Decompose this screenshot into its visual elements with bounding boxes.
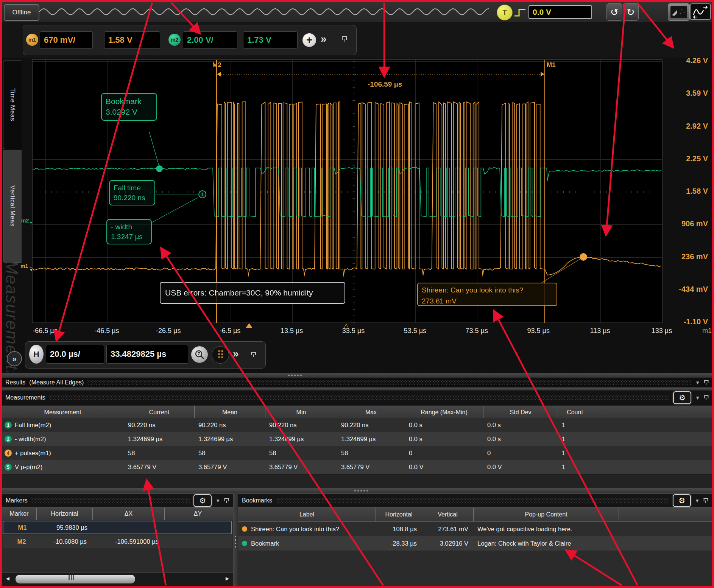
- measurements-column-header[interactable]: Count: [558, 406, 592, 418]
- measurements-empty-area: [2, 474, 712, 488]
- gear-icon[interactable]: ⚙: [673, 494, 691, 507]
- offline-button[interactable]: Offline: [4, 4, 39, 21]
- scrollbar-thumb[interactable]: [16, 575, 135, 583]
- measurement-name: - width(m2): [15, 436, 124, 443]
- marker-m2-label[interactable]: M2: [212, 61, 221, 69]
- measurement-name: Fall time(m2): [15, 422, 124, 429]
- x-axis-tick-label: 93.5 µs: [518, 327, 559, 335]
- splitter-handle[interactable]: [2, 488, 712, 493]
- trigger-level-field[interactable]: 0.0 V: [528, 5, 592, 19]
- display-thumbnail-button[interactable]: [668, 3, 690, 21]
- usb-error-annotation[interactable]: USB errors: Chamber=30C, 90% humidity: [160, 282, 345, 304]
- waveform-plot[interactable]: M2 M1 -106.59 µs Bookmark 3.0292 V Fall …: [32, 59, 663, 323]
- pin-icon[interactable]: [251, 352, 256, 358]
- sidebar-expander-button[interactable]: »: [7, 351, 22, 366]
- bookmarks-column-header[interactable]: [619, 508, 712, 521]
- shireen-bookmark-popup[interactable]: Shireen: Can you look into this? 273.61 …: [417, 283, 557, 306]
- horizontal-button[interactable]: H: [29, 345, 44, 364]
- falltime-callout-title: Fall time: [114, 183, 151, 193]
- add-channel-button[interactable]: +: [302, 33, 316, 47]
- measurement-row[interactable]: 1Fall time(m2)90.220 ns90.220 ns90.220 n…: [2, 418, 712, 432]
- timebase-scale-field[interactable]: 20.0 µs/: [46, 345, 104, 364]
- channel-controls-group: m1 670 mV/ 1.58 V m2 2.00 V/ 1.73 V + »: [23, 25, 357, 55]
- pin-icon[interactable]: [224, 498, 229, 503]
- marker-m1-label[interactable]: M1: [547, 61, 556, 69]
- markers-column-header[interactable]: Marker: [2, 508, 37, 520]
- markers-column-header[interactable]: ΔX: [93, 508, 165, 520]
- width-callout-title: - width: [111, 222, 147, 232]
- bookmark-horizontal: -28.33 µs: [376, 540, 422, 547]
- y-axis-tick-label: 236 mV: [663, 252, 708, 261]
- measurements-column-header[interactable]: [592, 406, 712, 418]
- horizontal-reference-marker[interactable]: △: [344, 322, 349, 330]
- horizontal-scrollbar[interactable]: ◄ ►: [2, 572, 233, 586]
- measurement-number-badge: 5: [5, 464, 12, 471]
- gear-icon[interactable]: ⚙: [673, 391, 691, 404]
- undo-button[interactable]: ↺: [606, 3, 622, 21]
- scroll-right-icon[interactable]: ►: [224, 575, 230, 582]
- measurements-column-header[interactable]: Measurement: [2, 406, 124, 418]
- measurements-column-header[interactable]: Mean: [195, 406, 265, 418]
- falltime-callout[interactable]: Fall time 90.220 ns: [109, 180, 155, 205]
- channel-more-chevrons[interactable]: »: [321, 33, 327, 45]
- tab-time-meas[interactable]: Time Meas: [3, 61, 22, 149]
- marker-row[interactable]: M2-10.6080 µs-106.591000 µs: [3, 535, 232, 548]
- measurements-column-header[interactable]: Std Dev: [483, 406, 558, 418]
- width-callout[interactable]: - width 1.3247 µs: [106, 219, 152, 244]
- pin-icon[interactable]: [704, 395, 709, 400]
- m1-scale-field[interactable]: 670 mV/: [40, 31, 93, 49]
- waveform-preview-button[interactable]: [690, 3, 711, 20]
- measurements-column-header[interactable]: Max: [337, 406, 405, 418]
- markers-table: M195.9830 µsM2-10.6080 µs-106.591000 µs: [2, 521, 233, 548]
- measurements-column-header[interactable]: Current: [124, 406, 195, 418]
- falltime-callout-value: 90.220 ns: [114, 193, 151, 203]
- marker-row[interactable]: M195.9830 µs: [3, 521, 232, 534]
- chevron-down-icon[interactable]: ▼: [695, 380, 700, 386]
- markers-column-header[interactable]: Horizontal: [37, 508, 93, 520]
- zoom-button[interactable]: Z: [191, 346, 208, 363]
- horizontal-more-chevrons[interactable]: »: [233, 348, 239, 360]
- scroll-left-icon[interactable]: ◄: [5, 575, 11, 582]
- chevron-down-icon[interactable]: ▼: [695, 395, 700, 401]
- chevron-down-icon[interactable]: ▼: [695, 498, 700, 504]
- measurement-row[interactable]: 4+ pulses(m1)58585858001: [2, 446, 712, 460]
- bookmark-row[interactable]: Bookmark-28.33 µs3.02916 VLogan: Check w…: [238, 536, 712, 551]
- measurement-row[interactable]: 5V p-p(m2)3.65779 V3.65779 V3.65779 V3.6…: [2, 460, 712, 474]
- marker-horizontal: -10.6080 µs: [37, 538, 92, 545]
- measurement-min: 1.324699 µs: [265, 436, 337, 443]
- channel-m1-badge[interactable]: m1: [26, 34, 38, 46]
- pin-icon[interactable]: [342, 36, 347, 42]
- measurement-row[interactable]: 2- width(m2)1.324699 µs1.324699 µs1.3246…: [2, 432, 712, 446]
- vertical-splitter-handle[interactable]: [233, 493, 238, 586]
- redo-button[interactable]: ↻: [623, 3, 639, 21]
- trigger-badge[interactable]: T: [497, 5, 513, 20]
- bookmark-callout[interactable]: Bookmark 3.0292 V: [101, 93, 157, 121]
- channel-m2-badge[interactable]: m2: [168, 34, 181, 46]
- bookmarks-column-header[interactable]: Horizontal: [376, 508, 422, 521]
- trigger-time-marker[interactable]: [246, 323, 253, 328]
- bookmarks-column-header[interactable]: Pop-up Content: [474, 508, 619, 521]
- measurements-column-header[interactable]: Range (Max-Min): [405, 406, 483, 418]
- bookmarks-column-header[interactable]: Label: [238, 508, 376, 521]
- timebase-position-field[interactable]: 33.4829825 µs: [106, 345, 188, 364]
- time-reference-button[interactable]: [212, 346, 229, 364]
- m2-scale-field[interactable]: 2.00 V/: [183, 31, 237, 49]
- waveform-preview-icon: [691, 4, 710, 19]
- markers-column-header[interactable]: ΔY: [165, 508, 231, 520]
- bookmark-vertical: 273.61 mV: [422, 526, 474, 533]
- redo-icon: ↻: [627, 6, 635, 18]
- measurement-max: 90.220 ns: [337, 422, 405, 429]
- tab-vertical-meas[interactable]: Vertical Meas: [3, 150, 22, 263]
- pin-icon[interactable]: [704, 498, 708, 503]
- trigger-slope-icon[interactable]: [513, 7, 528, 18]
- bookmark-row[interactable]: Shireen: Can you look into this?108.8 µs…: [238, 522, 712, 536]
- m1-offset-field[interactable]: 1.58 V: [104, 31, 160, 49]
- chevron-down-icon[interactable]: ▼: [215, 498, 220, 504]
- pin-icon[interactable]: [704, 380, 709, 385]
- gear-icon[interactable]: ⚙: [193, 494, 212, 507]
- bookmarks-column-header[interactable]: Vertical: [422, 508, 474, 521]
- splitter-handle[interactable]: [2, 373, 712, 378]
- measurements-column-header[interactable]: Min: [265, 406, 337, 418]
- results-title: Results: [5, 379, 25, 386]
- m2-offset-field[interactable]: 1.73 V: [243, 31, 298, 49]
